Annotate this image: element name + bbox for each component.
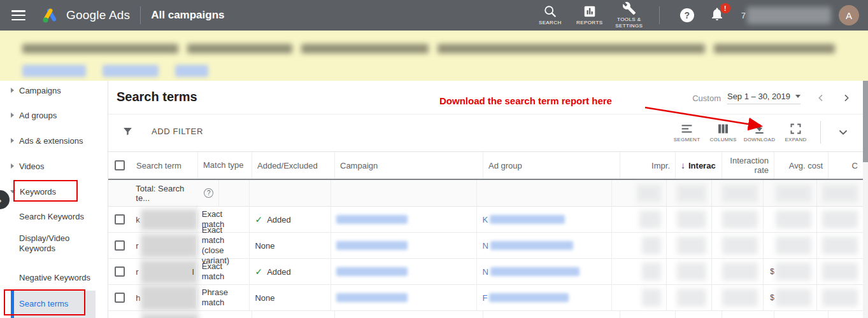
interaction-rate-redacted bbox=[722, 237, 758, 254]
columns-icon bbox=[716, 122, 730, 135]
collapse-toolbar-button[interactable] bbox=[836, 125, 850, 139]
scrollbar-thumb[interactable] bbox=[863, 81, 868, 162]
search-term-partial: h bbox=[136, 293, 140, 303]
next-period-button[interactable] bbox=[841, 93, 851, 103]
added-status: None bbox=[255, 293, 274, 303]
total-row: Total: Search te...? bbox=[108, 180, 863, 207]
help-circle-icon[interactable]: ? bbox=[204, 188, 213, 198]
campaign-link-redacted[interactable] bbox=[336, 267, 408, 276]
row-checkbox[interactable] bbox=[115, 266, 125, 277]
header-cost[interactable]: C bbox=[828, 152, 863, 179]
avg-cost-redacted bbox=[776, 289, 811, 307]
account-info[interactable]: 7 bbox=[741, 7, 831, 24]
sidebar-item-display-video-keywords[interactable]: Display/Video Keywords bbox=[0, 231, 96, 256]
google-ads-app: Google Ads All campaigns SEARCH REPORTS … bbox=[0, 0, 868, 318]
reports-button[interactable]: REPORTS bbox=[570, 4, 609, 26]
campaign-link-redacted[interactable] bbox=[336, 241, 408, 250]
add-filter-button[interactable]: ADD FILTER bbox=[122, 125, 203, 137]
page-title: Search terms bbox=[117, 90, 197, 104]
topbar-divider bbox=[140, 6, 141, 24]
added-status: Added bbox=[267, 215, 291, 225]
date-range-picker[interactable]: Sep 1 – 30, 2019 bbox=[727, 92, 800, 104]
account-count: 7 bbox=[741, 11, 746, 20]
ad-group-link-redacted[interactable] bbox=[490, 215, 565, 224]
header-search-term[interactable]: Search term bbox=[131, 152, 197, 179]
alert-badge: ! bbox=[720, 3, 730, 13]
main-content: Search terms Custom Sep 1 – 30, 2019 Dow… bbox=[108, 81, 868, 318]
select-all-checkbox[interactable] bbox=[115, 160, 125, 170]
currency-symbol: $ bbox=[770, 267, 774, 276]
ad-group-link-redacted[interactable] bbox=[490, 241, 573, 250]
sidebar-item-search-keywords[interactable]: Search Keywords bbox=[0, 210, 108, 224]
row-checkbox[interactable] bbox=[115, 293, 125, 303]
currency-symbol: $ bbox=[770, 293, 774, 302]
cost-redacted bbox=[822, 211, 858, 228]
sidebar-item-ads-extensions[interactable]: Ads & extensions bbox=[0, 134, 108, 148]
sidebar-item-negative-keywords[interactable]: Negative Keywords bbox=[0, 271, 108, 285]
ad-group-link-redacted[interactable] bbox=[489, 293, 569, 302]
header-interactions[interactable]: ↓Interac bbox=[675, 152, 722, 179]
download-icon bbox=[753, 122, 766, 135]
added-check-icon: ✓ bbox=[255, 266, 262, 277]
tools-settings-button[interactable]: TOOLS & SETTINGS bbox=[609, 1, 649, 30]
ad-group-initial: K bbox=[482, 215, 488, 225]
caret-down-icon bbox=[795, 95, 800, 98]
date-mode-label: Custom bbox=[692, 93, 721, 103]
sidebar-item-search-terms[interactable]: Search terms bbox=[0, 297, 108, 311]
help-icon[interactable]: ? bbox=[680, 8, 694, 22]
header-match-type[interactable]: Match type bbox=[197, 152, 252, 179]
red-annotation-text: Download the search term report here bbox=[439, 95, 612, 106]
chevron-right-icon bbox=[841, 93, 851, 103]
header-campaign[interactable]: Campaign bbox=[334, 152, 483, 179]
download-button[interactable]: DOWNLOAD bbox=[741, 122, 778, 142]
banner-action-redacted[interactable] bbox=[22, 65, 86, 77]
header-avg-cost[interactable]: Avg. cost bbox=[774, 152, 828, 179]
row-checkbox[interactable] bbox=[115, 214, 125, 225]
sidebar-item-keywords[interactable]: Keywords bbox=[0, 184, 108, 198]
interactions-redacted bbox=[677, 211, 706, 228]
avatar[interactable]: A bbox=[839, 5, 859, 25]
search-terms-table: Search term Match type Added/Excluded Ca… bbox=[108, 151, 863, 318]
previous-period-button[interactable] bbox=[816, 93, 826, 103]
banner-action-redacted[interactable] bbox=[175, 65, 208, 77]
search-icon bbox=[543, 4, 557, 18]
chevron-right-icon bbox=[11, 163, 14, 169]
table-header-row: Search term Match type Added/Excluded Ca… bbox=[108, 151, 863, 180]
account-id-redacted bbox=[747, 7, 831, 24]
header-impressions[interactable]: Impr. bbox=[620, 152, 675, 179]
impressions-redacted bbox=[639, 211, 661, 228]
sidebar-item-campaigns[interactable]: Campaigns bbox=[0, 83, 108, 97]
hamburger-menu-icon[interactable] bbox=[11, 10, 25, 20]
match-type: Phrase match bbox=[196, 285, 250, 310]
reports-icon bbox=[583, 4, 597, 18]
impressions-redacted bbox=[642, 289, 661, 307]
header-interaction-rate[interactable]: Interaction rate bbox=[722, 152, 774, 179]
date-range-value: Sep 1 – 30, 2019 bbox=[727, 92, 790, 101]
avg-cost-redacted bbox=[776, 237, 811, 254]
columns-button[interactable]: COLUMNS bbox=[705, 122, 741, 142]
row-checkbox[interactable] bbox=[115, 240, 125, 251]
cost-redacted bbox=[822, 289, 858, 307]
wrench-icon bbox=[622, 1, 636, 15]
search-button[interactable]: SEARCH bbox=[530, 4, 570, 26]
topbar-divider bbox=[659, 6, 660, 24]
header-ad-group[interactable]: Ad group bbox=[483, 152, 620, 179]
sidebar-item-ad-groups[interactable]: Ad groups bbox=[0, 108, 108, 122]
vertical-scrollbar[interactable] bbox=[863, 81, 868, 318]
banner-action-redacted[interactable] bbox=[103, 65, 159, 77]
interactions-redacted bbox=[677, 289, 706, 307]
expand-button[interactable]: EXPAND bbox=[778, 122, 814, 142]
campaign-link-redacted[interactable] bbox=[336, 293, 408, 302]
top-app-bar: Google Ads All campaigns SEARCH REPORTS … bbox=[0, 0, 868, 31]
sidebar-item-videos[interactable]: Videos bbox=[0, 159, 108, 173]
table-row: rl Exact match ✓Added N $ bbox=[108, 259, 863, 285]
header-added-excluded[interactable]: Added/Excluded bbox=[252, 152, 334, 179]
notifications-button[interactable]: ! bbox=[709, 6, 725, 24]
added-check-icon: ✓ bbox=[255, 214, 262, 225]
search-term-redacted bbox=[141, 209, 198, 230]
ad-group-link-redacted[interactable] bbox=[490, 267, 580, 276]
campaign-link-redacted[interactable] bbox=[336, 215, 408, 224]
interaction-rate-redacted bbox=[722, 289, 758, 307]
total-label: Total: Search te... bbox=[136, 184, 199, 203]
segment-button[interactable]: SEGMENT bbox=[669, 122, 705, 142]
